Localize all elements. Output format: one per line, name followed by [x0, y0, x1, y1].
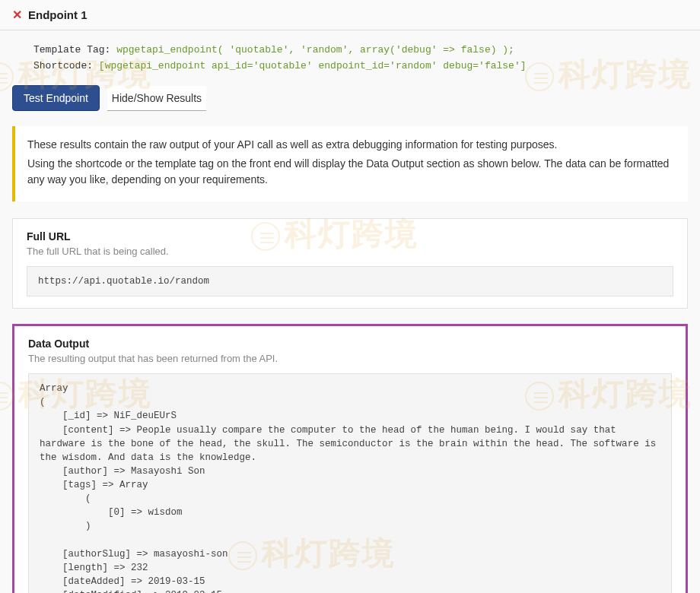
template-tag-value: wpgetapi_endpoint( 'quotable', 'random',… [116, 44, 514, 55]
panel-header: ✕ Endpoint 1 [0, 0, 700, 30]
callout-line-1: These results contain the raw output of … [27, 137, 676, 153]
hide-show-results-button[interactable]: Hide/Show Results [107, 86, 206, 111]
close-icon[interactable]: ✕ [12, 8, 22, 22]
template-tag-line: Template Tag: wpgetapi_endpoint( 'quotab… [12, 44, 688, 55]
shortcode-label: Shortcode: [33, 60, 99, 71]
endpoint-title: Endpoint 1 [28, 8, 88, 21]
shortcode-line: Shortcode: [wpgetapi_endpoint api_id='qu… [12, 60, 688, 71]
template-tag-label: Template Tag: [33, 44, 116, 55]
full-url-desc: The full URL that is being called. [27, 246, 673, 257]
full-url-value: https://api.quotable.io/random [27, 266, 673, 296]
full-url-panel: Full URL The full URL that is being call… [12, 218, 688, 309]
results-info-callout: These results contain the raw output of … [12, 126, 688, 201]
data-output-desc: The resulting output that has been retur… [28, 353, 672, 364]
full-url-title: Full URL [27, 230, 673, 243]
button-row: Test Endpoint Hide/Show Results [12, 85, 688, 111]
callout-line-2: Using the shortcode or the template tag … [27, 156, 676, 188]
shortcode-value: [wpgetapi_endpoint api_id='quotable' end… [99, 60, 527, 71]
data-output-title: Data Output [28, 338, 672, 350]
test-endpoint-button[interactable]: Test Endpoint [12, 85, 100, 111]
data-output-value: Array ( [_id] => NiF_deuEUrS [content] =… [28, 373, 672, 593]
code-snippets: Template Tag: wpgetapi_endpoint( 'quotab… [12, 44, 688, 71]
data-output-panel: Data Output The resulting output that ha… [12, 324, 688, 593]
